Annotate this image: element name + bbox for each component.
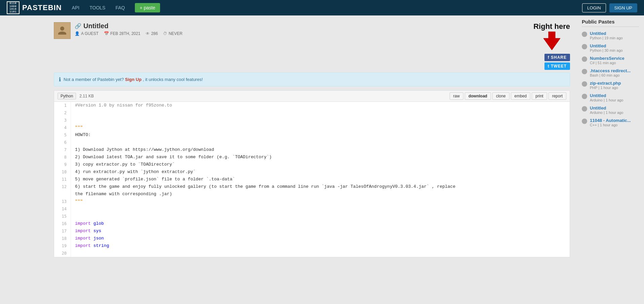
paste-item-name[interactable]: Untitled [590, 43, 623, 48]
code-container: 1#Version 1.0 by nissan for f95zone.to23… [54, 101, 570, 257]
line-number: 13 [54, 198, 71, 205]
line-number: 15 [54, 213, 71, 220]
logo-icon: 0110100010101101 [7, 1, 20, 14]
code-line: 15 [54, 213, 570, 220]
user-icon [57, 26, 67, 36]
twitter-tweet-button[interactable]: t TWEET [544, 62, 570, 70]
embed-button[interactable]: embed [511, 92, 531, 100]
line-code[interactable]: import json [71, 235, 104, 242]
paste-item-name[interactable]: .htaccess redirect... [590, 68, 631, 73]
paste-info: 👤 A GUEST 📅 FEB 28TH, 2021 👁 286 ⏱ [75, 31, 183, 36]
paste-item-name[interactable]: NumbersService [590, 56, 624, 61]
nav-faq[interactable]: FAQ [115, 5, 125, 10]
line-number: 17 [54, 227, 71, 235]
line-number: 7 [54, 146, 71, 154]
line-number: 3 [54, 117, 71, 124]
paste-item-info: 11048 - Automatic... C++ | 1 hour ago [590, 118, 631, 127]
line-code[interactable]: 1) Download Jython at https://www.jython… [71, 146, 214, 154]
new-paste-button[interactable]: + paste [135, 3, 160, 12]
line-number: 20 [54, 250, 71, 257]
line-number: 12 [54, 183, 71, 198]
nav-tools[interactable]: TOOLS [89, 5, 105, 10]
sidebar-paste-item[interactable]: NumbersService C# | 51 min ago [582, 56, 639, 65]
login-button[interactable]: LOGIN [582, 3, 606, 12]
views-text: 286 [151, 31, 158, 36]
line-code[interactable]: import string [71, 242, 109, 250]
expiry-text: NEVER [168, 31, 182, 36]
code-line: 104) run extractor.py with `jython extra… [54, 168, 570, 176]
line-code[interactable] [71, 250, 75, 257]
line-code[interactable]: 2) Download latest TOA.jar and save it t… [71, 154, 272, 161]
code-line: 17import sys [54, 227, 570, 235]
line-code[interactable]: 6) start the game and enjoy fully unlock… [71, 183, 455, 198]
logo-area[interactable]: 0110100010101101 PASTEBIN [7, 1, 62, 14]
download-button[interactable]: download [465, 92, 491, 100]
facebook-share-button[interactable]: f SHARE [544, 54, 570, 61]
paste-item-icon [582, 32, 587, 37]
paste-item-meta: C++ | 1 hour ago [590, 123, 631, 127]
clone-button[interactable]: clone [492, 92, 509, 100]
sidebar-paste-item[interactable]: zip-extract.php PHP | 1 hour ago [582, 81, 639, 90]
paste-header: 🔗 Untitled 👤 A GUEST 📅 FEB 28TH, 2021 [54, 22, 183, 39]
line-code[interactable] [71, 139, 75, 146]
line-number: 14 [54, 205, 71, 213]
line-code[interactable] [71, 213, 75, 220]
line-code[interactable]: """ [71, 198, 83, 205]
print-button[interactable]: print [532, 92, 547, 100]
code-line: 4""" [54, 124, 570, 131]
paste-item-meta: Python | 30 min ago [590, 48, 623, 52]
paste-title: 🔗 Untitled [75, 22, 183, 30]
line-number: 1 [54, 102, 71, 109]
line-code[interactable]: 3) copy extractor.py to `TOADirectory` [71, 161, 175, 168]
paste-item-name[interactable]: Untitled [590, 31, 623, 36]
code-line: 13""" [54, 198, 570, 205]
line-code[interactable]: import glob [71, 220, 104, 227]
paste-item-info: zip-extract.php PHP | 1 hour ago [590, 81, 621, 90]
sidebar-paste-item[interactable]: Untitled Python | 30 min ago [582, 43, 639, 52]
raw-button[interactable]: raw [450, 92, 463, 100]
paste-item-icon [582, 56, 587, 62]
line-code[interactable]: HOWTO: [71, 131, 91, 139]
code-line: 14 [54, 205, 570, 213]
line-code[interactable]: import sys [71, 227, 101, 235]
line-code[interactable]: #Version 1.0 by nissan for f95zone.to [71, 102, 172, 109]
paste-item-name[interactable]: 11048 - Automatic... [590, 118, 631, 123]
code-line: 20 [54, 250, 570, 257]
sidebar-paste-item[interactable]: .htaccess redirect... Bash | 60 min ago [582, 68, 639, 77]
code-line: 115) move generated `profile.json` file … [54, 176, 570, 183]
paste-item-icon [582, 81, 587, 87]
code-line: 5HOWTO: [54, 131, 570, 139]
code-line: 2 [54, 109, 570, 117]
line-code[interactable] [71, 117, 75, 124]
line-code[interactable] [71, 205, 75, 213]
paste-item-info: Untitled Python | 19 min ago [590, 31, 623, 40]
sidebar-paste-item[interactable]: Untitled Python | 19 min ago [582, 31, 639, 40]
sidebar-paste-item[interactable]: 11048 - Automatic... C++ | 1 hour ago [582, 118, 639, 127]
paste-item-info: Untitled Arduino | 1 hour ago [590, 105, 623, 115]
code-line: 71) Download Jython at https://www.jytho… [54, 146, 570, 154]
right-here-text: Right here [533, 22, 570, 31]
paste-item-name[interactable]: Untitled [590, 105, 623, 111]
line-number: 5 [54, 131, 71, 139]
paste-item-info: NumbersService C# | 51 min ago [590, 56, 624, 65]
line-code[interactable] [71, 109, 75, 117]
line-code[interactable]: """ [71, 124, 83, 131]
report-button[interactable]: report [548, 92, 566, 100]
line-code[interactable]: 4) run extractor.py with `jython extract… [71, 168, 196, 176]
paste-item-meta: Arduino | 1 hour ago [590, 111, 623, 115]
paste-item-name[interactable]: Untitled [590, 93, 623, 98]
sidebar-paste-item[interactable]: Untitled Arduino | 1 hour ago [582, 93, 639, 102]
signup-button[interactable]: SIGN UP [609, 3, 637, 12]
sidebar-paste-item[interactable]: Untitled Arduino | 1 hour ago [582, 105, 639, 115]
info-icon: ℹ [59, 76, 61, 83]
header-right: LOGIN SIGN UP [582, 3, 637, 12]
red-arrow-icon [542, 32, 562, 50]
eye-icon: 👁 [146, 31, 150, 36]
calendar-icon: 📅 [104, 31, 109, 36]
nav-api[interactable]: API [72, 5, 80, 10]
signup-link[interactable]: Sign Up [125, 77, 142, 82]
line-code[interactable]: 5) move generated `profile.json` file to… [71, 176, 235, 183]
paste-item-icon [582, 106, 587, 112]
line-number: 8 [54, 154, 71, 161]
paste-item-name[interactable]: zip-extract.php [590, 81, 621, 86]
